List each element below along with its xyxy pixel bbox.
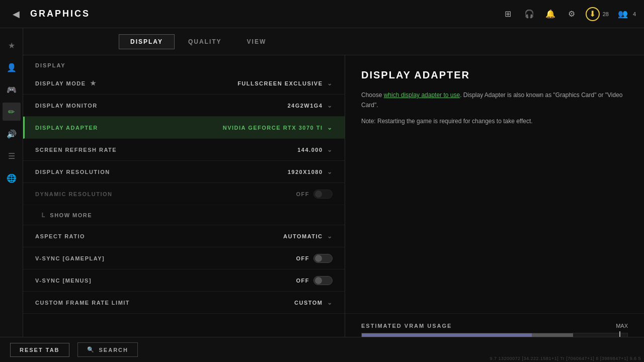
toggle-knob-dynamic-resolution bbox=[315, 191, 322, 198]
setting-name-vsync-gameplay: V-SYNC [GAMEPLAY] bbox=[35, 255, 296, 261]
vram-header: ESTIMATED VRAM USAGE MAX bbox=[361, 323, 628, 329]
sidebar-item-list[interactable]: ☰ bbox=[3, 147, 21, 165]
sidebar-item-globe[interactable]: 🌐 bbox=[3, 169, 21, 187]
section-label-display: DISPLAY bbox=[23, 55, 345, 72]
search-button[interactable]: 🔍 SEARCH bbox=[77, 342, 138, 357]
vram-max-label: MAX bbox=[616, 323, 628, 329]
display-mode-label: DISPLAY MODE bbox=[35, 80, 86, 86]
chevron-icon-screen-refresh-rate: ⌄ bbox=[327, 146, 333, 153]
toggle-vsync-gameplay[interactable] bbox=[313, 254, 333, 263]
friends-badge: 4 bbox=[633, 11, 636, 17]
setting-name-screen-refresh-rate: SCREEN REFRESH RATE bbox=[35, 147, 297, 153]
tab-display[interactable]: DISPLAY bbox=[119, 34, 175, 49]
sidebar-item-pen[interactable]: ✏ bbox=[3, 103, 21, 121]
chevron-icon-frame-rate-limit: ⌄ bbox=[327, 299, 333, 306]
info-link: which display adapter to use bbox=[384, 92, 460, 99]
setting-name-display-monitor: DISPLAY MONITOR bbox=[35, 103, 287, 109]
download-badge: 28 bbox=[603, 11, 609, 17]
sidebar-item-speaker[interactable]: 🔊 bbox=[3, 125, 21, 143]
topbar: ◀ GRAPHICS ⊞ 🎧 🔔 ⚙ ⬇ 28 👥 4 bbox=[0, 0, 644, 28]
tabs-bar: DISPLAY QUALITY VIEW bbox=[23, 28, 644, 55]
setting-value-aspect-ratio: AUTOMATIC ⌄ bbox=[283, 233, 333, 240]
download-icon[interactable]: ⬇ bbox=[586, 7, 600, 21]
chevron-icon-aspect-ratio: ⌄ bbox=[327, 233, 333, 240]
setting-row-aspect-ratio[interactable]: ASPECT RATIO AUTOMATIC ⌄ bbox=[23, 225, 345, 247]
chevron-icon-display-resolution: ⌄ bbox=[327, 168, 333, 175]
setting-value-vsync-gameplay: OFF bbox=[296, 254, 333, 263]
setting-name-vsync-menus: V-SYNC [MENUS] bbox=[35, 278, 296, 284]
toggle-knob-vsync-gameplay bbox=[315, 255, 322, 262]
setting-row-display-monitor[interactable]: DISPLAY MONITOR 24G2W1G4 ⌄ bbox=[23, 95, 345, 117]
setting-row-display-resolution[interactable]: DISPLAY RESOLUTION 1920X1080 ⌄ bbox=[23, 161, 345, 183]
chevron-icon-display-adapter: ⌄ bbox=[327, 124, 333, 131]
page-title: GRAPHICS bbox=[30, 9, 90, 19]
setting-value-display-adapter: NVIDIA GEFORCE RTX 3070 TI ⌄ bbox=[223, 124, 333, 131]
setting-value-frame-rate-limit: CUSTOM ⌄ bbox=[294, 299, 333, 306]
info-text: Choose which display adapter to use. Dis… bbox=[361, 90, 628, 111]
setting-row-dynamic-resolution: DYNAMIC RESOLUTION OFF bbox=[23, 183, 345, 205]
info-note: Note: Restarting the game is required fo… bbox=[361, 118, 628, 125]
setting-name-frame-rate-limit: CUSTOM FRAME RATE LIMIT bbox=[35, 300, 294, 306]
grid-icon[interactable]: ⊞ bbox=[501, 7, 515, 21]
toggle-dynamic-resolution bbox=[313, 190, 333, 199]
info-title: DISPLAY ADAPTER bbox=[361, 69, 628, 81]
setting-value-display-resolution: 1920X1080 ⌄ bbox=[288, 168, 333, 175]
setting-name-display-adapter: DISPLAY ADAPTER bbox=[35, 125, 223, 131]
setting-value-vsync-menus: OFF bbox=[296, 276, 333, 285]
star-icon-display-mode: ★ bbox=[90, 79, 97, 87]
setting-value-dynamic-resolution: OFF bbox=[296, 190, 333, 199]
chevron-icon-display-mode: ⌄ bbox=[327, 80, 333, 87]
setting-value-display-mode: FULLSCREEN EXCLUSIVE ⌄ bbox=[237, 80, 333, 87]
setting-row-screen-refresh-rate[interactable]: SCREEN REFRESH RATE 144.000 ⌄ bbox=[23, 139, 345, 161]
setting-row-vsync-menus[interactable]: V-SYNC [MENUS] OFF bbox=[23, 269, 345, 292]
setting-name-display-resolution: DISPLAY RESOLUTION bbox=[35, 169, 288, 175]
right-panel: DISPLAY ADAPTER Choose which display ada… bbox=[345, 55, 644, 362]
headset-icon[interactable]: 🎧 bbox=[522, 7, 536, 21]
setting-name-display-mode: DISPLAY MODE ★ bbox=[35, 79, 237, 87]
setting-row-vsync-gameplay[interactable]: V-SYNC [GAMEPLAY] OFF bbox=[23, 247, 345, 269]
main-content: DISPLAY QUALITY VIEW DISPLAY DISPLAY MOD… bbox=[23, 28, 644, 362]
vram-title: ESTIMATED VRAM USAGE bbox=[361, 323, 452, 329]
setting-row-frame-rate-limit[interactable]: CUSTOM FRAME RATE LIMIT CUSTOM ⌄ bbox=[23, 292, 345, 314]
sidebar-item-controller[interactable]: 🎮 bbox=[3, 80, 21, 99]
left-panel: DISPLAY DISPLAY MODE ★ FULLSCREEN EXCLUS… bbox=[23, 55, 345, 362]
setting-value-screen-refresh-rate: 144.000 ⌄ bbox=[297, 146, 333, 153]
friends-icon[interactable]: 👥 bbox=[616, 7, 630, 21]
sidebar-item-profile[interactable]: 👤 bbox=[3, 58, 21, 76]
sidebar-item-star[interactable]: ★ bbox=[3, 36, 21, 54]
bell-icon[interactable]: 🔔 bbox=[543, 7, 557, 21]
search-icon: 🔍 bbox=[87, 346, 95, 353]
show-more-button[interactable]: SHOW MORE bbox=[23, 205, 345, 225]
gear-icon[interactable]: ⚙ bbox=[565, 7, 579, 21]
tab-view[interactable]: VIEW bbox=[235, 34, 278, 49]
topbar-icons: ⊞ 🎧 🔔 ⚙ ⬇ 28 👥 4 bbox=[501, 7, 636, 21]
toggle-knob-vsync-menus bbox=[315, 277, 322, 284]
sidebar: ★ 👤 🎮 ✏ 🔊 ☰ 🌐 bbox=[0, 28, 23, 362]
toggle-vsync-menus[interactable] bbox=[313, 276, 333, 285]
setting-row-display-adapter[interactable]: DISPLAY ADAPTER NVIDIA GEFORCE RTX 3070 … bbox=[23, 117, 345, 139]
setting-name-dynamic-resolution: DYNAMIC RESOLUTION bbox=[35, 191, 296, 197]
content-area: DISPLAY DISPLAY MODE ★ FULLSCREEN EXCLUS… bbox=[23, 55, 644, 362]
setting-value-display-monitor: 24G2W1G4 ⌄ bbox=[287, 102, 333, 109]
coords-bar: 9.7 13200072 [34.222.1581+1] Tr [7060647… bbox=[487, 355, 645, 362]
chevron-icon-display-monitor: ⌄ bbox=[327, 102, 333, 109]
setting-row-display-mode[interactable]: DISPLAY MODE ★ FULLSCREEN EXCLUSIVE ⌄ bbox=[23, 72, 345, 95]
setting-name-aspect-ratio: ASPECT RATIO bbox=[35, 233, 283, 239]
reset-tab-button[interactable]: RESET TAB bbox=[10, 343, 69, 357]
tab-quality[interactable]: QUALITY bbox=[177, 34, 233, 49]
back-button[interactable]: ◀ bbox=[8, 6, 24, 22]
